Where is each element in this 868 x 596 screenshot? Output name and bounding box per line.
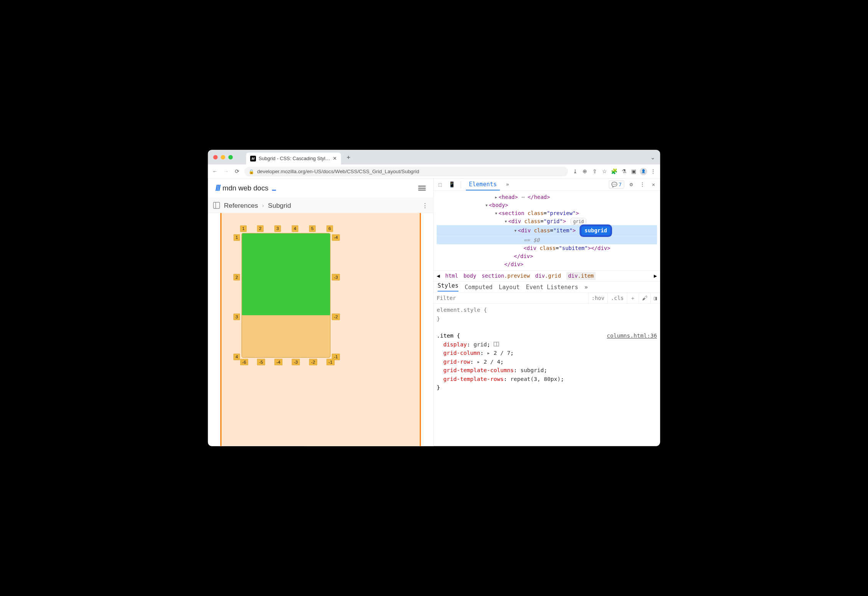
tab-close-icon[interactable]: ✕ [333, 156, 337, 161]
maximize-icon[interactable] [228, 155, 233, 160]
forward-button[interactable]: → [222, 167, 230, 175]
grid-visualization: 1 2 3 4 5 6 1 2 3 4 -4 -3 -2 [241, 233, 330, 358]
issues-icon: 💬 [611, 182, 617, 187]
tab-event-listeners[interactable]: Event Listeners [526, 284, 578, 290]
grid-line-label: -4 [274, 359, 282, 365]
tabs-more-icon[interactable]: » [503, 180, 512, 189]
grid-line-label: -3 [292, 359, 300, 365]
browser-tab[interactable]: M Subgrid - CSS: Cascading Styl… ✕ [246, 152, 341, 164]
tab-computed[interactable]: Computed [465, 284, 493, 290]
page-content: /// mdn web docs References › Subgrid ⋮ [208, 179, 434, 446]
grid-line-label: 2 [233, 274, 240, 280]
address-bar[interactable]: 🔒 developer.mozilla.org/en-US/docs/Web/C… [244, 167, 568, 177]
cls-button[interactable]: .cls [608, 293, 627, 303]
device-icon[interactable]: 📱 [448, 180, 456, 189]
labs-icon[interactable]: ⚗ [620, 167, 628, 175]
url-text: developer.mozilla.org/en-US/docs/Web/CSS… [257, 168, 419, 174]
dom-tree[interactable]: ▸<head> ⋯ </head> ▾<body> ▾<section clas… [434, 191, 660, 271]
share-icon[interactable]: ⇪ [591, 167, 599, 175]
subgrid-badge[interactable]: subgrid [580, 225, 611, 236]
mdn-logo[interactable]: /// mdn web docs [215, 183, 276, 193]
kebab-icon[interactable]: ⋮ [638, 180, 646, 189]
grid-line-label: 4 [292, 225, 298, 232]
window-controls [213, 155, 233, 160]
toggle-sidebar-icon[interactable]: ◨ [651, 293, 660, 303]
lock-icon: 🔒 [249, 169, 254, 174]
dom-breadcrumb[interactable]: ◀ html body section.preview div.grid div… [434, 271, 660, 281]
grid-line-label: -3 [332, 274, 340, 280]
crumb-root[interactable]: References [224, 202, 258, 209]
grid-line-label: 1 [233, 234, 240, 241]
crumb-sep-icon: › [262, 202, 264, 209]
panel-icon[interactable]: ▣ [630, 167, 638, 175]
paint-icon[interactable]: 🖌 [639, 293, 651, 303]
favicon-icon: M [250, 156, 256, 161]
grid-line-label: -1 [327, 359, 335, 365]
browser-window: M Subgrid - CSS: Cascading Styl… ✕ + ⌄ ←… [208, 150, 660, 446]
tab-strip: M Subgrid - CSS: Cascading Styl… ✕ + ⌄ [208, 150, 660, 164]
grid-line-label: 6 [327, 225, 333, 232]
subitem-box [242, 233, 330, 315]
devtools-panel: ⬚ 📱 Elements » 💬 7 ⚙ ⋮ ✕ [434, 179, 660, 446]
extensions-icon[interactable]: 🧩 [610, 167, 618, 175]
grid-line-label: 5 [309, 225, 316, 232]
devtools-tabs: ⬚ 📱 Elements » 💬 7 ⚙ ⋮ ✕ [434, 179, 660, 191]
bookmark-icon[interactable]: ☆ [601, 167, 609, 175]
toolbar: ← → ⟳ 🔒 developer.mozilla.org/en-US/docs… [208, 165, 660, 179]
tab-layout[interactable]: Layout [499, 284, 520, 290]
new-tab-button[interactable]: + [344, 153, 353, 162]
path-prev-icon[interactable]: ◀ [437, 273, 440, 279]
issues-count: 7 [619, 182, 622, 187]
crumb-current: Subgrid [268, 202, 291, 209]
grid-badge[interactable]: grid [571, 218, 586, 225]
grid-line-label: 3 [274, 225, 281, 232]
logo-text: mdn web docs [223, 184, 269, 192]
dom-eq: == $0 [523, 237, 540, 243]
close-icon[interactable] [213, 155, 218, 160]
close-devtools-icon[interactable]: ✕ [649, 180, 657, 189]
menu-icon[interactable]: ⋮ [649, 167, 657, 175]
styles-tabs: Styles Computed Layout Event Listeners » [434, 281, 660, 293]
breadcrumb: References › Subgrid ⋮ [208, 198, 434, 213]
grid-icon[interactable] [493, 342, 499, 346]
zoom-icon[interactable]: ⊕ [581, 167, 589, 175]
grid-line-label: -2 [309, 359, 317, 365]
grid-line-label: 1 [240, 225, 247, 232]
grid-line-label: 3 [233, 314, 240, 320]
example-frame: 1 2 3 4 5 6 1 2 3 4 -4 -3 -2 [220, 213, 421, 446]
back-button[interactable]: ← [211, 167, 219, 175]
issues-badge[interactable]: 💬 7 [609, 180, 624, 188]
tab-elements[interactable]: Elements [466, 179, 500, 190]
minimize-icon[interactable] [221, 155, 225, 160]
article-content: 1 2 3 4 5 6 1 2 3 4 -4 -3 -2 [208, 213, 434, 446]
inspect-icon[interactable]: ⬚ [436, 180, 444, 189]
reload-button[interactable]: ⟳ [233, 167, 241, 175]
site-header: /// mdn web docs [208, 179, 434, 198]
grid-line-label: -4 [332, 234, 340, 241]
page-actions-icon[interactable]: ⋮ [422, 202, 428, 209]
new-rule-icon[interactable]: ＋ [627, 293, 639, 303]
tabs-overflow-icon[interactable]: » [584, 284, 588, 290]
tabs-overflow-icon[interactable]: ⌄ [650, 154, 655, 161]
hov-button[interactable]: :hov [588, 293, 607, 303]
grid-line-label: -5 [257, 359, 265, 365]
grid-line-label: 4 [233, 354, 240, 360]
source-link[interactable]: columns.html:36 [607, 332, 657, 340]
sidebar-toggle-icon[interactable] [213, 202, 220, 209]
styles-filter-row: :hov .cls ＋ 🖌 ◨ [434, 293, 660, 304]
dom-selected-row: ▾<div class="item"> subgrid [437, 225, 657, 236]
grid-line-label: 2 [257, 225, 264, 232]
grid-line-label: -6 [240, 359, 248, 365]
styles-filter-input[interactable] [434, 293, 589, 303]
install-icon[interactable]: ⤓ [571, 167, 579, 175]
tab-title: Subgrid - CSS: Cascading Styl… [259, 156, 330, 161]
css-rules[interactable]: element.style { } .item {columns.html:36… [434, 304, 660, 394]
path-next-icon[interactable]: ▶ [654, 273, 657, 279]
tab-styles[interactable]: Styles [437, 282, 458, 291]
menu-button[interactable] [418, 186, 426, 190]
grid-line-label: -2 [332, 314, 340, 320]
settings-icon[interactable]: ⚙ [627, 180, 635, 189]
profile-avatar[interactable]: 👤 [640, 167, 647, 175]
